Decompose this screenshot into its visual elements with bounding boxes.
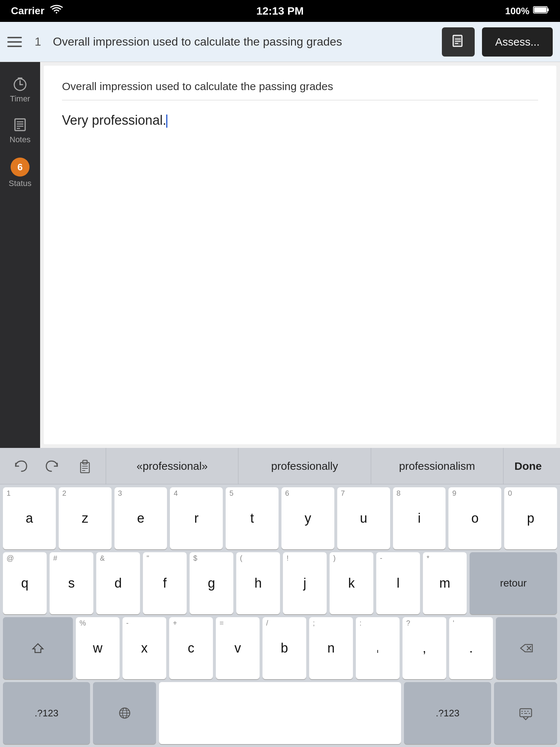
shift-key-left[interactable] xyxy=(3,617,73,679)
space-key[interactable] xyxy=(159,682,401,744)
status-bar-left: Carrier xyxy=(11,5,63,18)
suggestion-2[interactable]: professionalism xyxy=(371,448,503,484)
keyboard-area: «professional» professionally profession… xyxy=(0,448,560,747)
document-button[interactable] xyxy=(442,27,475,57)
key-b[interactable]: /b xyxy=(262,617,306,679)
sidebar-item-timer[interactable]: Timer xyxy=(0,69,40,110)
key-row-2: @q #s &d "f $g (h !j )k -l *m retour xyxy=(3,552,557,614)
key-l[interactable]: -l xyxy=(376,552,420,614)
key-d[interactable]: &d xyxy=(96,552,140,614)
suggestion-1[interactable]: professionally xyxy=(238,448,371,484)
key-u[interactable]: 7u xyxy=(337,487,390,549)
key-comma2[interactable]: :ˌ xyxy=(356,617,400,679)
battery-icon xyxy=(533,5,549,17)
key-k[interactable]: )k xyxy=(330,552,373,614)
content-panel: Overall impression used to calculate the… xyxy=(40,62,560,448)
redo-button[interactable] xyxy=(40,453,66,479)
text-cursor xyxy=(166,115,167,128)
key-y[interactable]: 6y xyxy=(281,487,334,549)
return-key[interactable]: retour xyxy=(470,552,557,614)
autocomplete-tools xyxy=(7,453,106,479)
timer-label: Timer xyxy=(10,94,30,104)
status-bar-time: 12:13 PM xyxy=(256,5,304,17)
key-row-4: .?123 .?123 xyxy=(3,682,557,744)
key-o[interactable]: 9o xyxy=(448,487,501,549)
key-n[interactable]: ;n xyxy=(309,617,353,679)
svg-rect-1 xyxy=(547,8,549,11)
key-row-3: %w -x +c =v /b ;n :ˌ ?, '. xyxy=(3,617,557,679)
key-f[interactable]: "f xyxy=(143,552,187,614)
key-z[interactable]: 2z xyxy=(59,487,112,549)
svg-rect-30 xyxy=(520,709,532,717)
card-text[interactable]: Very professional. xyxy=(62,111,538,129)
key-c[interactable]: +c xyxy=(169,617,213,679)
key-p[interactable]: 0p xyxy=(504,487,557,549)
key-row-1: 1a 2z 3e 4r 5t 6y 7u 8i 9o 0p xyxy=(3,487,557,549)
key-w[interactable]: %w xyxy=(76,617,120,679)
key-j[interactable]: !j xyxy=(283,552,327,614)
key-g[interactable]: $g xyxy=(190,552,233,614)
question-number: 1 xyxy=(35,35,46,49)
suggestion-0[interactable]: «professional» xyxy=(106,448,238,484)
key-t[interactable]: 5t xyxy=(226,487,279,549)
status-badge: 6 xyxy=(11,158,30,177)
key-v[interactable]: =v xyxy=(216,617,260,679)
key-e[interactable]: 3e xyxy=(114,487,167,549)
carrier-label: Carrier xyxy=(11,5,44,17)
key-q[interactable]: @q xyxy=(3,552,47,614)
content-card: Overall impression used to calculate the… xyxy=(44,66,556,444)
svg-rect-2 xyxy=(534,7,547,12)
question-title: Overall impression used to calculate the… xyxy=(53,35,435,49)
card-subtitle: Overall impression used to calculate the… xyxy=(62,80,538,100)
key-m[interactable]: *m xyxy=(423,552,467,614)
paste-button[interactable] xyxy=(73,453,98,479)
key-a[interactable]: 1a xyxy=(3,487,56,549)
backspace-key[interactable] xyxy=(496,617,557,679)
key-s[interactable]: #s xyxy=(50,552,93,614)
status-label: Status xyxy=(9,179,31,188)
notes-label: Notes xyxy=(9,135,30,144)
keyboard-rows: 1a 2z 3e 4r 5t 6y 7u 8i 9o 0p @q #s &d "… xyxy=(0,484,560,747)
main-layout: Timer Notes 6 Status Overall impression … xyxy=(0,62,560,448)
key-r[interactable]: 4r xyxy=(170,487,223,549)
key-i[interactable]: 8i xyxy=(393,487,446,549)
card-text-content: Very professional. xyxy=(62,113,166,128)
key-x[interactable]: -x xyxy=(122,617,166,679)
key-h[interactable]: (h xyxy=(236,552,280,614)
battery-label: 100% xyxy=(505,5,530,17)
autocomplete-suggestions: «professional» professionally profession… xyxy=(106,448,503,484)
status-bar-right: 100% xyxy=(505,5,549,17)
sidebar-item-status[interactable]: 6 Status xyxy=(0,151,40,195)
key-period[interactable]: '. xyxy=(449,617,493,679)
numbers-key-right[interactable]: .?123 xyxy=(404,682,491,744)
menu-button[interactable] xyxy=(7,32,27,52)
status-bar: Carrier 12:13 PM 100% xyxy=(0,0,560,22)
svg-marker-22 xyxy=(33,644,43,653)
numbers-key-left[interactable]: .?123 xyxy=(3,682,90,744)
wifi-icon xyxy=(50,5,63,18)
sidebar: Timer Notes 6 Status xyxy=(0,62,40,448)
done-button[interactable]: Done xyxy=(503,448,553,484)
key-comma[interactable]: ?, xyxy=(402,617,446,679)
assess-button[interactable]: Assess... xyxy=(482,27,553,57)
keyboard-dismiss-key[interactable] xyxy=(494,682,557,744)
undo-button[interactable] xyxy=(7,453,33,479)
autocomplete-bar: «professional» professionally profession… xyxy=(0,448,560,484)
globe-key[interactable] xyxy=(93,682,156,744)
top-nav: 1 Overall impression used to calculate t… xyxy=(0,22,560,62)
sidebar-item-notes[interactable]: Notes xyxy=(0,110,40,151)
